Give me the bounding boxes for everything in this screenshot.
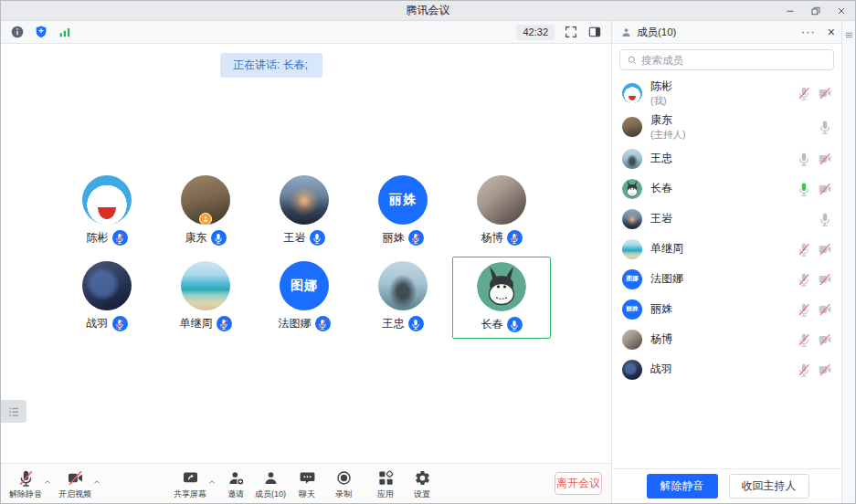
member-row[interactable]: 杨博 [612, 324, 843, 354]
fullscreen-icon[interactable] [564, 25, 578, 39]
members-panel-header: 成员(10) ··· × [612, 21, 843, 44]
participant-tile[interactable]: 丽姝 丽姝 [354, 171, 452, 253]
camera-off-icon[interactable] [818, 182, 832, 196]
camera-off-icon[interactable] [818, 332, 832, 347]
bottom-toolbar: 解除静音 开启视频 共享屏幕 邀请 成员(10) [1, 463, 611, 503]
mic-muted-icon[interactable] [797, 242, 811, 257]
member-list: 陈彬(我) 康东(主持人) 王忠 [612, 76, 843, 468]
avatar [622, 117, 642, 137]
mic-on-badge-icon [507, 317, 523, 332]
mic-muted-badge-icon [112, 316, 128, 331]
member-row[interactable]: 王岩 [612, 204, 843, 234]
meeting-info-icon[interactable] [10, 25, 25, 39]
mic-active-icon[interactable] [797, 182, 811, 196]
members-person-icon [262, 468, 280, 488]
camera-off-icon[interactable] [818, 272, 832, 287]
record-button[interactable]: 录制 [322, 468, 365, 500]
network-signal-icon[interactable] [58, 25, 72, 39]
mic-on-badge-icon [310, 230, 325, 246]
avatar: 图娜 [280, 261, 329, 310]
avatar [622, 239, 642, 259]
unmute-button[interactable]: 解除静音 [5, 468, 47, 500]
mic-muted-icon[interactable] [797, 272, 811, 287]
mic-muted-badge-icon [315, 316, 331, 331]
avatar [477, 175, 526, 225]
chat-panel-handle[interactable] [1, 400, 26, 423]
member-row[interactable]: 图娜 法图娜 [612, 264, 843, 294]
app-window: 腾讯会议 42:32 正在讲话: 长春; 陈彬 [0, 0, 856, 504]
meeting-top-toolbar: 42:32 [1, 21, 611, 44]
participant-tile-active-speaker[interactable]: 长春 [452, 257, 551, 339]
participant-name: 康东 [185, 230, 207, 246]
participant-tile[interactable]: 图娜 法图娜 [255, 257, 354, 339]
avatar-initials: 丽姝 [389, 192, 417, 208]
more-icon[interactable]: ··· [801, 27, 816, 37]
participant-tile[interactable]: 康东 [156, 171, 255, 253]
member-row[interactable]: 丽姝 丽姝 [612, 294, 843, 324]
search-input[interactable] [641, 55, 827, 66]
apps-grid-icon [377, 468, 395, 488]
mic-idle-icon[interactable] [818, 120, 832, 134]
video-options-chevron[interactable] [92, 474, 101, 483]
participant-tile[interactable]: 杨博 [452, 171, 551, 253]
minimize-button[interactable] [782, 3, 798, 19]
member-search-box[interactable] [619, 49, 834, 70]
gear-icon [414, 468, 431, 488]
settings-button[interactable]: 设置 [401, 468, 443, 500]
unmute-all-button[interactable]: 解除静音 [647, 474, 718, 499]
avatar [181, 175, 230, 225]
mic-muted-badge-icon [217, 316, 232, 331]
start-video-button[interactable]: 开启视频 [54, 468, 96, 500]
participant-tile[interactable]: 陈彬 [58, 171, 156, 253]
member-row[interactable]: 王忠 [612, 143, 843, 173]
member-row[interactable]: 战羽 [612, 354, 843, 384]
participant-name: 丽姝 [383, 230, 405, 246]
member-row[interactable]: 单继周 [612, 234, 843, 264]
menu-icon[interactable] [844, 27, 854, 37]
close-panel-icon[interactable]: × [828, 26, 835, 37]
security-shield-icon[interactable] [34, 25, 48, 39]
mic-muted-icon[interactable] [797, 86, 811, 100]
share-screen-icon [182, 468, 199, 488]
participant-tile[interactable]: 战羽 [58, 257, 156, 339]
participant-stage: 正在讲话: 长春; 陈彬 康东 王岩 丽姝 丽 [1, 44, 611, 463]
host-badge-icon [199, 213, 212, 225]
audio-options-chevron[interactable] [43, 474, 52, 483]
avatar [181, 261, 230, 310]
mic-muted-badge-icon [112, 230, 128, 246]
mic-muted-icon[interactable] [797, 302, 811, 317]
avatar-initials: 丽姝 [627, 305, 639, 313]
participant-name: 陈彬 [87, 230, 109, 246]
camera-off-icon[interactable] [818, 86, 832, 100]
avatar-initials: 图娜 [291, 278, 318, 294]
titlebar[interactable]: 腾讯会议 [1, 1, 855, 21]
member-row[interactable]: 康东(主持人) [612, 110, 843, 143]
right-collapse-strip[interactable] [841, 21, 855, 503]
share-screen-button[interactable]: 共享屏幕 [169, 468, 211, 500]
leave-meeting-button[interactable]: 离开会议 [555, 472, 602, 495]
reclaim-host-button[interactable]: 收回主持人 [729, 474, 809, 499]
layout-toggle-icon[interactable] [587, 25, 602, 39]
camera-off-icon[interactable] [818, 302, 832, 317]
invite-person-icon [227, 468, 245, 488]
restore-button[interactable] [808, 3, 824, 19]
member-row[interactable]: 长春 [612, 173, 843, 204]
participant-tile[interactable]: 王岩 [255, 171, 354, 253]
record-icon [335, 468, 353, 488]
mic-idle-icon[interactable] [797, 152, 811, 166]
participant-tile[interactable]: 王忠 [354, 257, 452, 339]
mic-muted-icon[interactable] [797, 362, 811, 377]
avatar [622, 209, 642, 229]
participant-tile[interactable]: 单继周 [156, 257, 255, 339]
close-window-button[interactable] [833, 3, 850, 19]
mic-muted-icon[interactable] [797, 332, 811, 347]
camera-off-icon[interactable] [818, 242, 832, 257]
window-title: 腾讯会议 [407, 3, 450, 18]
camera-off-icon[interactable] [818, 362, 832, 377]
member-row[interactable]: 陈彬(我) [612, 76, 843, 110]
list-icon [7, 404, 21, 418]
mic-idle-icon[interactable] [818, 212, 832, 226]
mic-on-badge-icon [408, 316, 424, 331]
avatar [477, 262, 526, 311]
camera-off-icon[interactable] [818, 152, 832, 166]
